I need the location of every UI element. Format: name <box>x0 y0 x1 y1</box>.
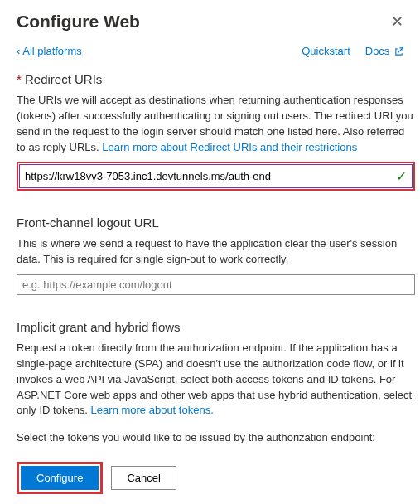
logout-url-heading: Front-channel logout URL <box>17 216 415 230</box>
quickstart-link[interactable]: Quickstart <box>302 45 350 57</box>
select-tokens-label: Select the tokens you would like to be i… <box>17 430 415 446</box>
redirect-uri-highlight: ✓ <box>17 162 415 191</box>
redirect-uris-heading: Redirect URIs <box>17 72 415 86</box>
panel-title: Configure Web <box>17 12 140 32</box>
close-icon[interactable]: ✕ <box>391 14 403 29</box>
back-all-platforms[interactable]: ‹ All platforms <box>17 45 82 57</box>
redirect-learn-more-link[interactable]: Learn more about Redirect URIs and their… <box>102 141 357 153</box>
redirect-uri-input[interactable] <box>25 170 391 182</box>
logout-url-desc: This is where we send a request to have … <box>17 236 415 268</box>
valid-check-icon: ✓ <box>391 168 407 184</box>
external-link-icon <box>394 47 403 56</box>
tokens-learn-more-link[interactable]: Learn more about tokens. <box>91 404 214 416</box>
docs-link[interactable]: Docs <box>365 45 403 57</box>
configure-button[interactable]: Configure <box>21 466 99 490</box>
cancel-button[interactable]: Cancel <box>111 466 176 490</box>
redirect-uris-desc: The URIs we will accept as destinations … <box>17 93 415 155</box>
logout-url-input[interactable] <box>22 279 409 291</box>
implicit-grant-heading: Implicit grant and hybrid flows <box>17 320 415 334</box>
implicit-grant-desc: Request a token directly from the author… <box>17 341 415 419</box>
configure-highlight: Configure <box>17 462 103 494</box>
